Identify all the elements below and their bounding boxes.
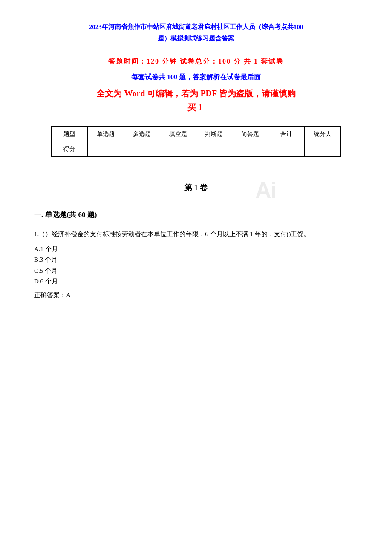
question-1-option-c: C.5 个月 [34, 266, 358, 277]
page-title: 2023年河南省焦作市中站区府城街道老君庙村社区工作人员（综合考点共100 题）… [34, 21, 358, 44]
col-judge: 判断题 [196, 127, 232, 142]
warning-line-2: 买！ [34, 102, 358, 113]
score-scorer [305, 142, 341, 157]
col-multi: 多选题 [124, 127, 160, 142]
question-1-option-b: B.3 个月 [34, 254, 358, 266]
score-table-header-row: 题型 单选题 多选题 填空题 判断题 简答题 合计 统分人 [52, 127, 341, 142]
col-total: 合计 [268, 127, 305, 142]
warning-line-1: 全文为 Word 可编辑，若为 PDF 皆为盗版，请谨慎购 [34, 88, 358, 99]
notice-line: 每套试卷共 100 题，答案解析在试卷最后面 [34, 73, 358, 82]
question-1-option-a: A.1 个月 [34, 244, 358, 255]
score-table: 题型 单选题 多选题 填空题 判断题 简答题 合计 统分人 得分 [51, 126, 341, 157]
score-total [268, 142, 305, 157]
col-type: 题型 [52, 127, 88, 142]
question-1: 1.（）经济补偿金的支付标准按劳动者在本单位工作的年限，6 个月以上不满 1 年… [34, 228, 358, 301]
volume-title: 第 1 卷 [34, 182, 358, 193]
score-table-container: 题型 单选题 多选题 填空题 判断题 简答题 合计 统分人 得分 [34, 126, 358, 157]
score-multi [124, 142, 160, 157]
col-short: 简答题 [232, 127, 268, 142]
score-table-score-row: 得分 [52, 142, 341, 157]
col-scorer: 统分人 [305, 127, 341, 142]
score-label: 得分 [52, 142, 88, 157]
score-single [87, 142, 124, 157]
score-short [232, 142, 268, 157]
question-1-option-d: D.6 个月 [34, 276, 358, 287]
col-fill: 填空题 [160, 127, 196, 142]
score-fill [160, 142, 196, 157]
question-1-answer: 正确答案：A [34, 289, 358, 301]
score-judge [196, 142, 232, 157]
section-title: 一. 单选题(共 60 题) [34, 210, 358, 220]
col-single: 单选题 [87, 127, 124, 142]
exam-info: 答题时间：120 分钟 试卷总分：100 分 共 1 套试卷 [34, 57, 358, 66]
question-1-text: 1.（）经济补偿金的支付标准按劳动者在本单位工作的年限，6 个月以上不满 1 年… [34, 228, 358, 240]
